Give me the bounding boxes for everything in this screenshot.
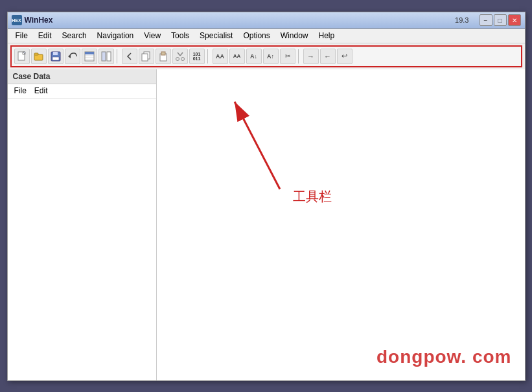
svg-rect-16 bbox=[142, 54, 148, 61]
svg-line-22 bbox=[180, 52, 183, 56]
annotation-arrow bbox=[196, 82, 325, 199]
menu-file[interactable]: File bbox=[10, 29, 33, 43]
svg-line-24 bbox=[235, 102, 280, 189]
toolbar-find1-button[interactable]: AA bbox=[213, 49, 228, 64]
toolbar-view2-button[interactable] bbox=[98, 49, 114, 64]
sidebar-menu-file[interactable]: File bbox=[12, 86, 29, 96]
title-bar: HEX WinHex 19.3 − □ ✕ bbox=[8, 12, 525, 29]
menu-specialist[interactable]: Specialist bbox=[194, 29, 238, 43]
annotation: 工具栏 bbox=[196, 82, 338, 212]
toolbar-find3-button[interactable]: A↓ bbox=[246, 49, 262, 64]
sidebar: Case Data File Edit bbox=[8, 69, 157, 380]
version-label: 19.3 bbox=[455, 16, 468, 24]
title-bar-left: HEX WinHex bbox=[12, 15, 53, 25]
toolbar-cut-button[interactable] bbox=[172, 49, 188, 64]
toolbar-paste-button[interactable] bbox=[156, 49, 171, 64]
svg-point-19 bbox=[176, 57, 179, 60]
sidebar-menu-bar: File Edit bbox=[8, 84, 156, 98]
menu-bar: File Edit Search Navigation View Tools S… bbox=[8, 29, 525, 43]
toolbar-open-button[interactable] bbox=[31, 49, 47, 64]
app-icon: HEX bbox=[12, 15, 22, 25]
menu-options[interactable]: Options bbox=[238, 29, 275, 43]
toolbar-nav2-button[interactable]: ← bbox=[320, 49, 336, 64]
toolbar-new-button[interactable] bbox=[14, 49, 30, 64]
svg-rect-3 bbox=[34, 53, 38, 55]
sidebar-body bbox=[8, 98, 156, 380]
main-window: HEX WinHex 19.3 − □ ✕ File Edit Search N… bbox=[7, 12, 526, 381]
menu-help[interactable]: Help bbox=[313, 29, 340, 43]
toolbar: 101011 AA AA A↓ A↑ ✂ → ← ↩ bbox=[10, 45, 522, 67]
toolbar-separator-2 bbox=[207, 49, 210, 63]
toolbar-undo-button[interactable] bbox=[65, 49, 80, 64]
toolbar-back-button[interactable] bbox=[122, 49, 137, 64]
svg-rect-6 bbox=[52, 57, 59, 60]
toolbar-separator-3 bbox=[298, 49, 301, 63]
main-content: Case Data File Edit 工具栏 bbox=[8, 69, 525, 380]
toolbar-find4-button[interactable]: A↑ bbox=[263, 49, 279, 64]
svg-rect-13 bbox=[102, 52, 106, 61]
toolbar-save-button[interactable] bbox=[48, 49, 64, 64]
toolbar-find2-button[interactable]: AA bbox=[229, 49, 245, 64]
toolbar-copy-button[interactable] bbox=[139, 49, 154, 64]
sidebar-header: Case Data bbox=[8, 69, 156, 84]
main-editor-area: 工具栏 dongpow. com bbox=[157, 69, 525, 380]
toolbar-separator-1 bbox=[117, 49, 119, 63]
watermark: dongpow. com bbox=[376, 347, 512, 367]
menu-edit[interactable]: Edit bbox=[33, 29, 57, 43]
svg-rect-5 bbox=[53, 52, 58, 55]
menu-window[interactable]: Window bbox=[275, 29, 314, 43]
svg-marker-7 bbox=[68, 54, 71, 58]
menu-tools[interactable]: Tools bbox=[166, 29, 194, 43]
toolbar-nav3-button[interactable]: ↩ bbox=[337, 49, 353, 64]
menu-navigation[interactable]: Navigation bbox=[92, 29, 139, 43]
toolbar-nav1-button[interactable]: → bbox=[303, 49, 319, 64]
window-title: WinHex bbox=[25, 16, 53, 25]
svg-line-21 bbox=[178, 52, 180, 56]
toolbar-binary-button[interactable]: 101011 bbox=[189, 49, 205, 64]
window-controls: − □ ✕ bbox=[480, 14, 521, 26]
svg-point-20 bbox=[181, 57, 184, 60]
svg-rect-18 bbox=[161, 52, 165, 55]
minimize-button[interactable]: − bbox=[480, 14, 492, 26]
maximize-button[interactable]: □ bbox=[494, 14, 507, 26]
svg-rect-9 bbox=[85, 52, 94, 54]
sidebar-menu-edit[interactable]: Edit bbox=[32, 86, 51, 96]
toolbar-view1-button[interactable] bbox=[82, 49, 97, 64]
close-button[interactable]: ✕ bbox=[508, 14, 521, 26]
menu-view[interactable]: View bbox=[139, 29, 166, 43]
menu-search[interactable]: Search bbox=[57, 29, 92, 43]
annotation-text: 工具栏 bbox=[293, 188, 332, 205]
toolbar-find5-button[interactable]: ✂ bbox=[280, 49, 295, 64]
svg-rect-14 bbox=[107, 52, 111, 61]
